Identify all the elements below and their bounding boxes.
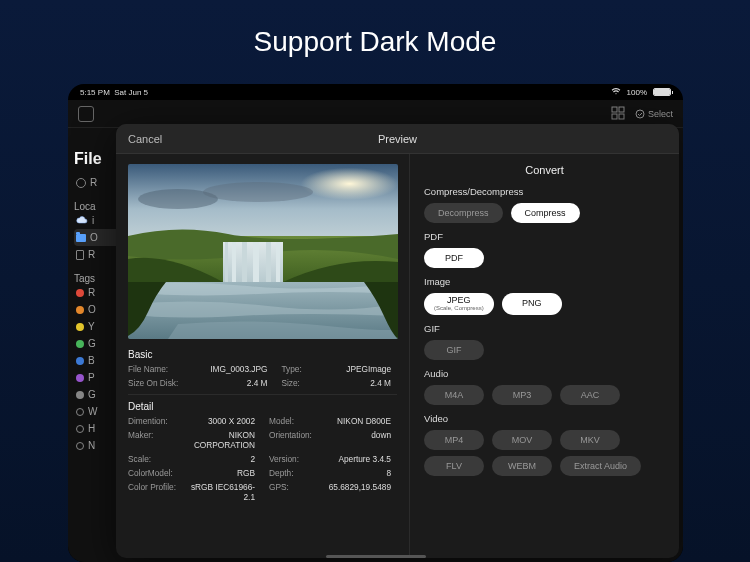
svg-rect-13 — [242, 242, 247, 286]
battery-icon — [653, 88, 671, 96]
info-value: 2.4 M — [310, 378, 397, 388]
webm-button[interactable]: WEBM — [492, 456, 552, 476]
tag-dot-icon — [76, 306, 84, 314]
cancel-button[interactable]: Cancel — [128, 133, 162, 145]
preview-modal: Cancel Preview — [116, 124, 679, 558]
tag-label: W — [88, 406, 97, 417]
home-indicator[interactable] — [326, 555, 426, 558]
jpeg-button[interactable]: JPEG(Scale, Compress) — [424, 293, 494, 315]
tag-label: O — [88, 304, 96, 315]
png-button[interactable]: PNG — [502, 293, 562, 315]
mp4-button[interactable]: MP4 — [424, 430, 484, 450]
audio-group-label: Audio — [424, 368, 665, 379]
tag-label: N — [88, 440, 95, 451]
detail-info-grid: Dimention:3000 X 2002Model:NIKON D800EMa… — [128, 416, 397, 502]
detail-heading: Detail — [128, 401, 397, 412]
clock-icon — [76, 178, 86, 188]
svg-rect-0 — [612, 107, 617, 112]
image-group-label: Image — [424, 276, 665, 287]
svg-rect-2 — [612, 114, 617, 119]
modal-header: Cancel Preview — [116, 124, 679, 154]
compress-group-label: Compress/Decompress — [424, 186, 665, 197]
info-value: sRGB IEC61966-2.1 — [184, 482, 261, 502]
basic-info-grid: File Name:IMG_0003.JPGType:JPEGImageSize… — [128, 364, 397, 388]
info-value: JPEGImage — [310, 364, 397, 374]
status-bar: 5:15 PM Sat Jun 5 100% — [68, 84, 683, 100]
cloud-icon — [76, 215, 88, 226]
sidebar-toggle-icon[interactable] — [78, 106, 94, 122]
info-value: NIKON D800E — [320, 416, 397, 426]
mkv-button[interactable]: MKV — [560, 430, 620, 450]
device-frame: 5:15 PM Sat Jun 5 100% Select File R Loc… — [68, 84, 683, 562]
battery-pct: 100% — [627, 88, 647, 97]
svg-rect-1 — [619, 107, 624, 112]
tag-label: P — [88, 372, 95, 383]
app-window: Select File R Loca i O R Tags ROYGBPGWHN… — [68, 100, 683, 562]
pdf-group-label: PDF — [424, 231, 665, 242]
info-key: Size On Disk: — [128, 378, 178, 388]
info-key: Color Profile: — [128, 482, 176, 502]
tag-ring-icon — [76, 442, 84, 450]
wifi-icon — [611, 88, 621, 97]
svg-point-8 — [203, 182, 313, 202]
status-date: Sat Jun 5 — [114, 88, 148, 97]
tag-label: R — [88, 287, 95, 298]
info-value: RGB — [184, 468, 261, 478]
folder-icon — [76, 234, 86, 242]
info-key: Maker: — [128, 430, 176, 450]
info-key: Scale: — [128, 454, 176, 464]
svg-rect-3 — [619, 114, 624, 119]
info-value: 65.6829,19.5489 — [320, 482, 397, 502]
tag-dot-icon — [76, 391, 84, 399]
mov-button[interactable]: MOV — [492, 430, 552, 450]
divider — [128, 394, 397, 395]
mp3-button[interactable]: MP3 — [492, 385, 552, 405]
gif-group-label: GIF — [424, 323, 665, 334]
convert-pane: Convert Compress/Decompress Decompress C… — [409, 154, 679, 558]
svg-rect-15 — [266, 242, 271, 286]
pdf-button[interactable]: PDF — [424, 248, 484, 268]
svg-rect-12 — [232, 242, 236, 286]
info-key: Dimention: — [128, 416, 176, 426]
info-value: 3000 X 2002 — [184, 416, 261, 426]
info-key: Size: — [281, 378, 301, 388]
svg-rect-16 — [276, 242, 280, 286]
basic-heading: Basic — [128, 349, 397, 360]
info-value: down — [320, 430, 397, 450]
tag-ring-icon — [76, 408, 84, 416]
tag-label: B — [88, 355, 95, 366]
compress-button[interactable]: Compress — [511, 203, 580, 223]
info-key: Orientation: — [269, 430, 312, 450]
tag-dot-icon — [76, 357, 84, 365]
aac-button[interactable]: AAC — [560, 385, 620, 405]
info-value: NIKON CORPORATION — [184, 430, 261, 450]
preview-image — [128, 164, 398, 339]
select-button[interactable]: Select — [635, 109, 673, 119]
modal-title: Preview — [378, 133, 417, 145]
tag-dot-icon — [76, 323, 84, 331]
svg-rect-14 — [253, 242, 259, 286]
tag-dot-icon — [76, 340, 84, 348]
grid-view-icon[interactable] — [611, 106, 625, 122]
tag-dot-icon — [76, 289, 84, 297]
tag-label: G — [88, 389, 96, 400]
info-value: 2.4 M — [186, 378, 273, 388]
svg-point-4 — [636, 110, 644, 118]
video-group-label: Video — [424, 413, 665, 424]
info-key: File Name: — [128, 364, 178, 374]
info-key: Model: — [269, 416, 312, 426]
flv-button[interactable]: FLV — [424, 456, 484, 476]
info-key: Depth: — [269, 468, 312, 478]
info-value: 8 — [320, 468, 397, 478]
tag-ring-icon — [76, 425, 84, 433]
trash-icon — [76, 250, 84, 260]
tag-label: Y — [88, 321, 95, 332]
info-key: ColorModel: — [128, 468, 176, 478]
decompress-button[interactable]: Decompress — [424, 203, 503, 223]
extract-audio-button[interactable]: Extract Audio — [560, 456, 641, 476]
info-value: 2 — [184, 454, 261, 464]
status-time: 5:15 PM — [80, 88, 110, 97]
m4a-button[interactable]: M4A — [424, 385, 484, 405]
tag-dot-icon — [76, 374, 84, 382]
gif-button[interactable]: GIF — [424, 340, 484, 360]
